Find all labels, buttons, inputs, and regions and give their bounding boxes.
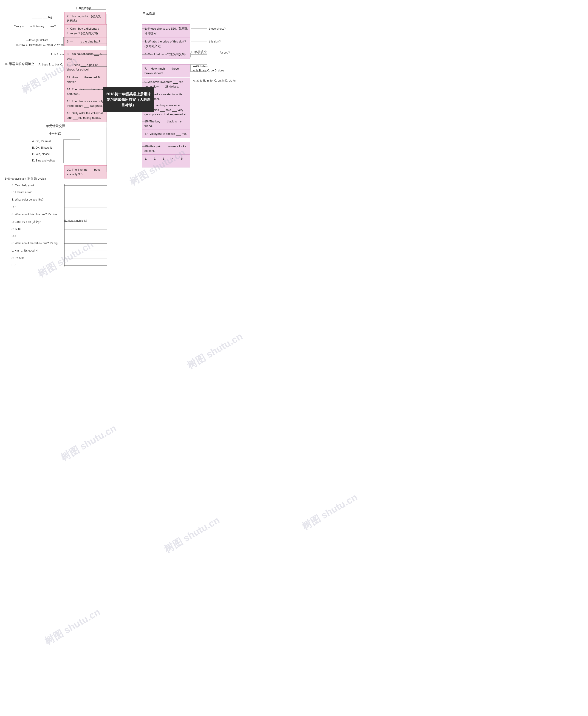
r7-hint: —29 dollars. bbox=[193, 65, 208, 68]
d-l10: L: Hmm... It's good. 4 bbox=[12, 249, 38, 252]
d-s11: S: It's $39. bbox=[12, 256, 24, 259]
q12-box: 12. How ___ these red T-shirts? bbox=[64, 73, 107, 86]
q14-box: 14. The price ___ the car is $500,000. bbox=[64, 85, 107, 98]
section-i-line bbox=[58, 9, 103, 10]
r15-box: 15. The boy ___ black is my friend. bbox=[142, 117, 190, 130]
q20-box: 20. The T-shirts ___ boys are only $ 5. bbox=[64, 165, 107, 178]
r5-blank: ___ ___ ___ ___ ___ for you? bbox=[193, 51, 230, 54]
dialogue-setup: S=Shop assistant (售货员) L=Lisa bbox=[5, 177, 46, 181]
opt-c: C. Yes, please. bbox=[32, 152, 50, 156]
watermark-7: 树图 shutu.cn bbox=[42, 606, 102, 648]
r5-box: 5. Can I help you?(改为同义句) bbox=[142, 50, 190, 59]
r1-blank: ___ ___ ___ these shorts? bbox=[193, 27, 226, 30]
watermark-8: 树图 shutu.cn bbox=[299, 491, 360, 533]
center-title: 2018初一年级英语上册期末复习测试题附答案（人教新目标版） bbox=[106, 92, 151, 107]
d-l4: L: 2 bbox=[12, 205, 16, 209]
d-s9: S: What about the yellow one? It's big. bbox=[12, 241, 58, 245]
d-l8: L: 3 bbox=[12, 234, 16, 237]
watermark-6: 树图 shutu.cn bbox=[162, 513, 222, 556]
q16-box: 16. The blue socks are only three dollar… bbox=[64, 97, 107, 110]
q6-box: 6. — ___ is the blue hat? bbox=[64, 37, 107, 46]
d-l12: L: 5 bbox=[12, 264, 16, 267]
section-iii-label: Ⅲ. 用适当的介词填空 bbox=[5, 62, 35, 66]
r7-options: A. is B. are C. do D. does bbox=[193, 69, 224, 72]
r17-box: 17. Volleyball is difficult ___ me. bbox=[142, 130, 190, 138]
q4-box: 4. Can I buy a dictionary from you? (改为同… bbox=[64, 24, 107, 38]
d-s7: S: Sure. bbox=[12, 227, 21, 231]
r-fill-box: 1. ___ 2. ___ 3. ___ 4. ___ 5. ___ bbox=[142, 154, 190, 167]
watermark-4: 树图 shutu.cn bbox=[185, 330, 245, 372]
main-container: 树图 shutu.cn 树图 shutu.cn 树图 shutu.cn 树图 s… bbox=[0, 0, 588, 716]
q2-blank: ___ ___ ___ big. bbox=[32, 16, 52, 19]
section-i-label: Ⅰ. 句型转换 bbox=[76, 6, 91, 10]
section-context-label: 单元情景交际 bbox=[46, 124, 65, 128]
q2-box: 2. This bag is big. (改为复数形式) bbox=[64, 12, 106, 25]
section-dialogue-label: 补全对话 bbox=[48, 132, 61, 136]
r7-box: 7. —How much ___ these brown shoes? bbox=[142, 64, 190, 78]
d-s1: S: Can I help you? bbox=[12, 184, 34, 187]
d-l2: L: 1 I want a skirt. bbox=[12, 191, 33, 194]
opt-d: D. Blue and yellow. bbox=[32, 159, 56, 162]
dialogue-e: E. How much is it? bbox=[64, 219, 87, 223]
q18-box: 18. Sally asks the volleyball star ___ h… bbox=[64, 109, 107, 122]
d-l6: L: Can I try it on (试穿)? bbox=[12, 220, 41, 224]
center-title-box: 2018初一年级英语上册期末复习测试题附答案（人教新目标版） bbox=[103, 87, 154, 112]
r3-box: 3. What's the price of this skirt?(改为同义句… bbox=[142, 37, 190, 50]
d-s3: S: What color do you like? bbox=[12, 198, 43, 201]
opt-a: A. Oh, it's small. bbox=[32, 140, 52, 143]
d-s5: S: What about this blue one? It's nice. bbox=[12, 213, 58, 216]
q4-context: Can you ___ a dictionary ___ me? bbox=[14, 25, 56, 28]
q10-box: 10. I need ___ a pair of shoes for schoo… bbox=[64, 61, 107, 74]
grammar-label: 单元语法 bbox=[142, 12, 155, 16]
r3-blank: ___ ___ ___ this skirt? bbox=[193, 40, 221, 43]
r19-box: 19. This pair ___ trousers looks so cool… bbox=[142, 142, 190, 155]
watermark-5: 树图 shutu.cn bbox=[58, 422, 119, 464]
r1-box: 1. These shorts are $60. (就画线部分提问) bbox=[142, 24, 190, 38]
r9-options: A. at; to B. in; for C. on; in D. at; fo… bbox=[193, 79, 236, 82]
opt-b: B. OK. I'll take it. bbox=[32, 146, 52, 149]
q6-options: A. How B. How much C. What D. Where bbox=[16, 43, 65, 46]
q6-hint: —It's eight dollars. bbox=[26, 39, 49, 42]
